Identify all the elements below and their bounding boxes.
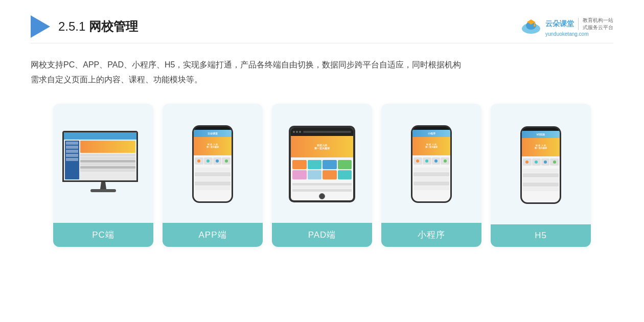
card-pad: 轻进入的第一堂兴趣课 [272,104,372,247]
card-pad-label: PAD端 [272,223,372,247]
monitor-mockup [62,131,144,197]
logo-triangle-icon [31,15,50,38]
brand-logo: 云朵课堂 教育机构一站 式服务云平台 yunduoketang.com [520,17,613,37]
phone-mockup-app: 云朵课堂 轻 进 入 的第一堂兴趣课 [192,125,233,203]
card-h5-image: H5页面 轻 进 入 的第一堂兴趣课 [491,104,591,224]
phone-notch-h5 [534,128,548,131]
monitor-banner [80,141,135,153]
description-text: 网校支持PC、APP、PAD、小程序、H5，实现多端打通，产品各终端自由切换，数… [31,58,613,87]
phone-mockup-miniprogram: 小程序 轻 进 入 的第一堂兴趣课 [411,125,452,203]
phone-screen: 云朵课堂 轻 进 入 的第一堂兴趣课 [194,130,232,201]
phone-mockup-h5: H5页面 轻 进 入 的第一堂兴趣课 [520,126,561,204]
phone-notch-mini [424,127,439,130]
phone-screen-mini: 小程序 轻 进 入 的第一堂兴趣课 [412,130,450,201]
card-app-image: 云朵课堂 轻 进 入 的第一堂兴趣课 [163,104,263,223]
card-app: 云朵课堂 轻 进 入 的第一堂兴趣课 [163,104,263,247]
monitor-base [90,189,116,192]
description-line1: 网校支持PC、APP、PAD、小程序、H5，实现多端打通，产品各终端自由切换，数… [31,58,613,73]
brand-icon-svg [520,17,542,36]
pad-mockup: 轻进入的第一堂兴趣课 [289,126,355,202]
card-miniprogram-label: 小程序 [381,223,481,247]
card-h5: H5页面 轻 进 入 的第一堂兴趣课 [491,104,591,247]
card-h5-label: H5 [491,224,591,247]
card-miniprogram: 小程序 轻 进 入 的第一堂兴趣课 [381,104,481,247]
pad-home-button [319,193,325,199]
card-pad-image: 轻进入的第一堂兴趣课 [272,104,372,223]
description-line2: 需求自定义页面上的内容、课程、功能模块等。 [31,73,613,87]
header: 2.5.1 网校管理 云朵课堂 [31,15,613,43]
page-title: 2.5.1 网校管理 [58,18,138,35]
card-pc-image [53,104,153,223]
card-app-label: APP端 [163,223,263,247]
monitor-content [64,140,136,180]
header-left: 2.5.1 网校管理 [31,15,138,38]
phone-notch [205,127,220,130]
page-wrapper: 2.5.1 网校管理 云朵课堂 [0,0,644,322]
brand-name-cn: 云朵课堂 [545,19,574,29]
brand-text-group: 云朵课堂 教育机构一站 式服务云平台 yunduoketang.com [545,17,613,37]
brand-name-en: yunduoketang.com [545,31,589,37]
cards-container: PC端 云朵课堂 轻 进 入 的第一堂兴趣课 [31,104,613,247]
header-right: 云朵课堂 教育机构一站 式服务云平台 yunduoketang.com [520,17,613,37]
phone-screen-h5: H5页面 轻 进 入 的第一堂兴趣课 [522,131,560,202]
card-miniprogram-image: 小程序 轻 进 入 的第一堂兴趣课 [381,104,481,223]
card-pc: PC端 [53,104,153,247]
monitor-bar [64,132,136,140]
brand-slogan-1: 教育机构一站 [583,17,613,24]
monitor-sidebar [65,141,79,179]
monitor-screen [62,131,138,182]
brand-slogan-2: 式服务云平台 [583,24,613,31]
svg-point-6 [534,25,536,27]
card-pc-label: PC端 [53,223,153,247]
monitor-stand [98,182,108,189]
title-bold: 网校管理 [89,19,138,33]
brand-divider [578,18,579,30]
